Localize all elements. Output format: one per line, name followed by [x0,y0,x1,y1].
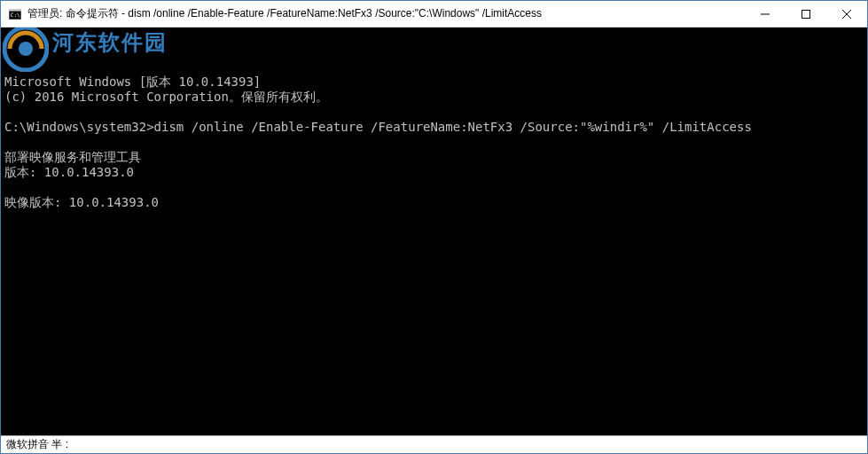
terminal-line: 映像版本: 10.0.14393.0 [4,195,864,210]
terminal-output[interactable]: 河东软件园 Microsoft Windows [版本 10.0.14393](… [1,27,867,435]
ime-status-text: 微软拼音 半 : [6,437,68,452]
svg-point-7 [4,27,47,70]
watermark-logo-icon [3,27,49,72]
titlebar: C:\ 管理员: 命令提示符 - dism /online /Enable-Fe… [1,1,867,27]
terminal-line [4,135,864,150]
terminal-line: 部署映像服务和管理工具 [4,150,864,165]
terminal-line: (c) 2016 Microsoft Corporation。保留所有权利。 [4,90,864,105]
terminal-line [4,105,864,120]
minimize-button[interactable] [745,1,786,27]
terminal-line [4,180,864,195]
window-controls [745,1,867,27]
terminal-line: 版本: 10.0.14393.0 [4,165,864,180]
terminal-line: Microsoft Windows [版本 10.0.14393] [4,74,864,90]
ime-status-bar: 微软拼音 半 : [1,435,867,453]
cmd-icon: C:\ [8,7,22,21]
window-title: 管理员: 命令提示符 - dism /online /Enable-Featur… [27,6,745,21]
svg-rect-1 [9,9,21,12]
svg-rect-4 [802,10,810,18]
svg-point-8 [19,42,33,56]
close-button[interactable] [826,1,867,27]
svg-text:C:\: C:\ [11,12,20,18]
maximize-button[interactable] [786,1,826,27]
terminal-line: C:\Windows\system32>dism /online /Enable… [4,120,864,135]
watermark-text: 河东软件园 [52,35,168,50]
